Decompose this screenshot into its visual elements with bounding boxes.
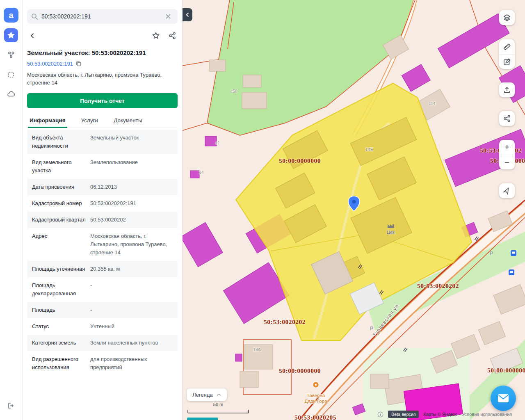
upload-icon [503,86,511,94]
info-icon[interactable] [377,411,383,418]
cadastral-number-row: 50:53:0020202:191 [27,61,178,67]
map-attribution: Beta-версия Карты © Яндекс Условия испол… [377,411,512,418]
cloud-button[interactable] [4,87,18,101]
row-value: 50:53:0020202 [90,216,173,224]
table-row: Категория земельЗемли населенных пунктов [27,335,178,351]
favorite-object-button[interactable] [151,30,161,41]
chevron-left-icon [29,32,36,39]
graph-icon [7,51,15,59]
favorites-button[interactable] [4,28,18,42]
app-logo[interactable]: a [4,8,18,23]
share-map-button[interactable] [499,111,515,126]
map-scale: 50 m [187,402,249,415]
upload-button[interactable] [499,82,515,97]
row-value: 50:53:0020202:191 [90,199,173,208]
map-area[interactable]: 50:00:0000000 50:53:0020202 50:53:002020… [183,0,525,420]
row-label: Дата присвоения [32,183,86,191]
quarter-label: 50:53:0020202 [264,318,306,325]
chevron-up-icon [217,393,221,396]
share-icon [168,32,176,40]
zoom-out-button[interactable]: − [499,155,515,169]
copy-icon[interactable] [75,61,82,67]
panel-collapse-button[interactable] [183,8,192,21]
row-value: Московская область, г. Лыткарино, промзо… [90,232,173,257]
map-copyright[interactable]: Карты © Яндекс [423,412,457,417]
tab-services[interactable]: Услуги [80,115,100,128]
row-label: Площадь уточненная [32,265,86,273]
details-panel: Земельный участок: 50:53:0020202:191 50:… [23,0,183,420]
map-canvas[interactable]: 50:00:0000000 50:53:0020202 50:53:002020… [183,0,525,420]
logout-icon [7,402,15,410]
star-outline-icon [152,32,160,40]
logout-button[interactable] [4,399,18,413]
cut-off-widget [187,418,218,420]
row-label: Категория земель [32,339,86,347]
upload-control [499,82,515,97]
row-label: Статус [32,322,86,331]
get-report-button[interactable]: Получить отчет [27,93,178,108]
table-row: Вид объекта недвижимостиЗемельный участо… [27,130,178,154]
row-value: Земельный участок [90,134,173,150]
search-icon [31,13,38,20]
chevron-left-icon [185,12,189,17]
share-object-button[interactable] [167,30,178,41]
ruler-button[interactable] [499,39,515,54]
scale-bar [187,409,249,413]
table-row: Площадь- [27,302,178,318]
tab-documents[interactable]: Документы [112,115,144,128]
zoom-control: + − [499,140,515,169]
row-label: Кадастровый квартал [32,216,86,224]
row-label: Вид объекта недвижимости [32,134,86,150]
workshop-label: Цех [387,230,395,235]
beta-badge: Beta-версия [388,411,419,418]
services-button[interactable] [4,48,18,62]
terms-link[interactable]: Условия использования [462,412,512,417]
workshop-poi[interactable]: Цех [387,224,395,235]
cadastral-number-link[interactable]: 50:53:0020202:191 [27,61,73,67]
table-row: Кадастровый квартал50:53:0020202 [27,212,178,228]
envelope-icon [498,394,509,403]
page-title: Земельный участок: 50:53:0020202:191 [27,49,178,56]
table-row: Кадастровый номер50:53:0020202:191 [27,195,178,212]
locate-button[interactable] [499,183,515,198]
search-input[interactable] [41,13,163,20]
table-row: Вид разрешенного использованиядля произв… [27,351,178,376]
edit-button[interactable] [499,54,515,69]
row-value: Учтенный [90,322,173,331]
row-label: Вид разрешенного использования [32,355,86,372]
select-area-button[interactable] [4,68,18,82]
table-row: Дата присвоения06.12.2013 [27,179,178,195]
zoom-in-label: + [504,143,509,151]
tavern-label-line1: Таверна [307,393,325,398]
search-bar[interactable] [27,9,178,24]
icon-rail: a [0,0,23,420]
table-row: Площадь уточненная20,355 кв. м [27,261,178,277]
layers-button[interactable] [499,10,515,25]
share-icon [503,114,511,123]
row-label: Адрес [32,232,86,257]
house-label: 14 [199,170,204,175]
object-toolbar [27,30,178,41]
row-value: 06.12.2013 [90,183,173,191]
locate-control [499,183,515,198]
table-row: АдресМосковская область, г. Лыткарино, п… [27,228,178,261]
row-value: 20,355 кв. м [90,265,173,273]
back-button[interactable] [27,30,38,41]
star-icon [7,31,15,39]
legend-button[interactable]: Легенда [187,388,227,401]
parking-label: Р [490,251,493,256]
tab-bar: Информация Услуги Документы [27,115,178,128]
row-label: Площадь [32,306,86,314]
row-label: Вид земельного участка [32,158,86,175]
quarter-label: 50:00:0000000 [279,367,321,374]
quarter-label: 50:53:0020205 [294,414,336,420]
zoom-in-button[interactable]: + [499,140,515,155]
quarter-label: 50:00:0000000 [279,157,321,164]
tab-information[interactable]: Информация [28,115,67,128]
zoom-out-label: − [504,158,509,167]
info-table: Вид объекта недвижимостиЗемельный участо… [27,130,178,376]
chat-button[interactable] [491,386,516,411]
row-value: - [90,306,173,314]
quarter-label: 50:53:0020202 [417,282,459,289]
clear-search-button[interactable] [163,11,173,22]
